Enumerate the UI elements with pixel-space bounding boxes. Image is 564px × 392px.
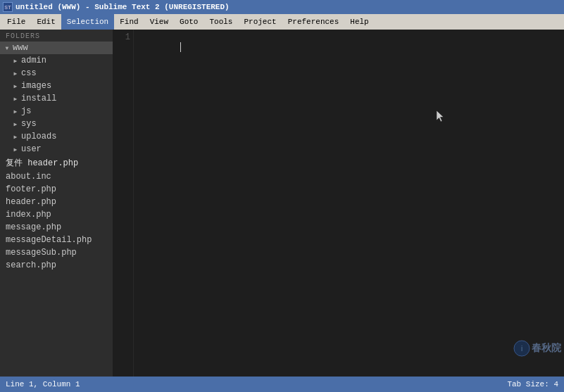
sidebar-item-about-inc[interactable]: about.inc [0,170,113,183]
menu-project[interactable]: Project [238,14,282,30]
sidebar-item-css[interactable]: ▶ css [0,67,113,80]
svg-text:i: i [521,345,522,353]
file-label: index.php [6,210,51,220]
editor-text[interactable] [134,30,564,377]
arrow-right-icon: ▶ [11,107,20,115]
arrow-right-icon: ▶ [11,94,20,103]
file-label: footer.php [6,184,56,194]
watermark: i 春秋院 [513,340,561,357]
menu-selection[interactable]: Selection [61,14,114,30]
folder-label: admin [21,56,46,65]
arrow-right-icon: ▶ [11,145,20,153]
menu-tools[interactable]: Tools [203,14,238,30]
folders-label: FOLDERS [0,30,113,42]
sidebar-item-index-php[interactable]: index.php [0,208,113,221]
sidebar-item-images[interactable]: ▶ images [0,80,113,92]
sidebar-item-messagesub-php[interactable]: messageSub.php [0,246,113,259]
menu-find[interactable]: Find [114,14,144,30]
folder-label: www [13,43,28,53]
menu-edit[interactable]: Edit [31,14,61,30]
arrow-right-icon: ▶ [11,56,20,65]
sidebar-item-header-php[interactable]: header.php [0,196,113,208]
sidebar: FOLDERS ▼ www ▶ admin ▶ css ▶ images ▶ i… [0,30,113,377]
sidebar-item-user[interactable]: ▶ user [0,143,113,156]
folder-label: js [21,106,31,116]
file-label: messageDetail.php [6,235,92,245]
editor-area[interactable]: 1 i 春秋院 [113,30,564,377]
file-label: message.php [6,222,61,232]
menu-view[interactable]: View [144,14,174,30]
folder-label: user [21,144,42,154]
folder-label: install [21,94,56,103]
sidebar-item-message-php[interactable]: message.php [0,221,113,234]
app-icon: ST [3,2,13,12]
status-bar: Line 1, Column 1 Tab Size: 4 [0,377,564,392]
title-text: untitled (WWW) - Sublime Text 2 (UNREGIS… [15,3,230,11]
sidebar-item-www[interactable]: ▼ www [0,42,113,54]
menu-file[interactable]: File [1,14,31,30]
sidebar-item-js[interactable]: ▶ js [0,105,113,118]
watermark-text: 春秋院 [532,342,561,355]
menu-bar: File Edit Selection Find View Goto Tools… [0,14,564,30]
file-label: header.php [6,197,56,207]
arrow-right-icon: ▶ [11,69,20,77]
folder-label: sys [21,119,37,129]
line-number-1: 1 [115,32,130,42]
sidebar-item-uploads[interactable]: ▶ uploads [0,130,113,143]
watermark-logo-icon: i [513,340,530,357]
title-bar: ST untitled (WWW) - Sublime Text 2 (UNRE… [0,0,564,14]
file-label: search.php [6,260,56,270]
sidebar-item-messagedetail-php[interactable]: messageDetail.php [0,234,113,246]
menu-goto[interactable]: Goto [174,14,203,30]
sidebar-item-install[interactable]: ▶ install [0,92,113,105]
file-label: messageSub.php [6,248,77,258]
folder-label: images [21,81,51,91]
sidebar-item-search-php[interactable]: search.php [0,259,113,272]
line-numbers: 1 [113,30,134,377]
arrow-down-icon: ▼ [3,44,11,52]
file-label: about.inc [6,172,51,182]
status-left: Line 1, Column 1 [6,380,80,388]
menu-preferences[interactable]: Preferences [282,14,345,30]
sidebar-item-footer-php[interactable]: footer.php [0,183,113,196]
folder-label: css [21,68,37,78]
sidebar-item-sys[interactable]: ▶ sys [0,118,113,130]
folder-label: uploads [21,132,56,141]
editor-content: 1 [113,30,564,377]
main-layout: FOLDERS ▼ www ▶ admin ▶ css ▶ images ▶ i… [0,30,564,377]
status-right: Tab Size: 4 [507,380,558,388]
arrow-right-icon: ▶ [11,132,20,141]
text-cursor [180,42,181,52]
arrow-right-icon: ▶ [11,120,20,128]
arrow-right-icon: ▶ [11,82,20,90]
menu-help[interactable]: Help [344,14,374,30]
sidebar-item-header-special[interactable]: 复件 header.php [0,156,113,170]
file-label: 复件 header.php [6,158,78,168]
sidebar-item-admin[interactable]: ▶ admin [0,54,113,67]
